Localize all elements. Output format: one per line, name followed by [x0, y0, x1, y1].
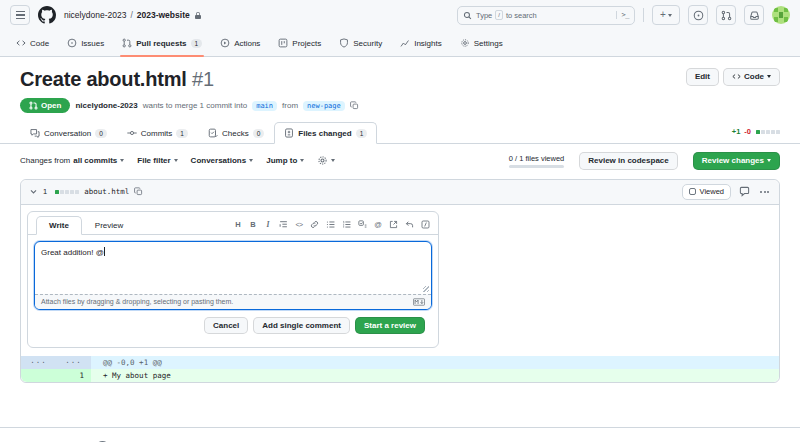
nav-tab-label: Settings	[474, 39, 503, 48]
old-line-number-cell[interactable]	[21, 369, 56, 382]
nav-tab-pull-requests[interactable]: Pull requests 1	[116, 30, 208, 56]
issues-global-button[interactable]	[688, 5, 708, 25]
diff-settings-dropdown[interactable]	[317, 155, 335, 166]
nav-tab-security[interactable]: Security	[333, 30, 388, 56]
tab-checks[interactable]: Checks 0	[198, 122, 274, 144]
cross-reference-icon[interactable]	[389, 220, 398, 230]
caret-down-icon	[331, 159, 335, 162]
search-placeholder-post: to search	[506, 11, 537, 20]
new-line-number[interactable]: 1	[56, 369, 91, 382]
comment-text: Great addition! @	[41, 248, 104, 257]
file-filter-dropdown[interactable]: File filter	[137, 156, 177, 165]
nav-tab-actions[interactable]: Actions	[214, 30, 266, 56]
code-icon[interactable]: <>	[295, 220, 303, 230]
plus-icon: +	[660, 10, 666, 20]
copy-branch-icon[interactable]	[350, 101, 359, 110]
nav-tab-label: Pull requests	[136, 39, 186, 48]
comment-textarea[interactable]: Great addition! @	[35, 242, 431, 294]
expand-diff-down-button[interactable]: ···	[56, 356, 91, 369]
file-options-kebab-icon[interactable]	[758, 189, 771, 195]
nav-tab-insights[interactable]: Insights	[394, 30, 448, 56]
task-list-icon[interactable]	[358, 220, 367, 230]
expand-diff-up-button[interactable]: ···	[21, 356, 56, 369]
unordered-list-icon[interactable]	[326, 220, 335, 230]
file-filter-label: File filter	[137, 156, 170, 165]
tab-commits[interactable]: Commits 1	[117, 122, 198, 144]
add-single-comment-button[interactable]: Add single comment	[253, 317, 350, 335]
collapse-file-chevron[interactable]	[29, 187, 38, 196]
file-name[interactable]: about.html	[84, 187, 129, 196]
lock-icon	[194, 11, 202, 20]
cancel-button[interactable]: Cancel	[204, 317, 248, 335]
comment-editor: Great addition! @ Attach files by draggi…	[34, 241, 432, 310]
footer: © 2023 GitHub, Inc. Terms Privacy Securi…	[0, 427, 800, 442]
preview-tab[interactable]: Preview	[82, 216, 136, 235]
copy-file-path-icon[interactable]	[134, 187, 143, 196]
review-in-codespace-button[interactable]: Review in codespace	[579, 152, 677, 170]
italic-icon[interactable]: I	[264, 220, 272, 230]
deletions-count: -0	[744, 127, 751, 136]
attach-files-bar[interactable]: Attach files by dragging & dropping, sel…	[35, 294, 431, 309]
graph-icon	[400, 38, 410, 48]
tab-label: Commits	[141, 129, 173, 138]
pr-number: #1	[192, 68, 214, 90]
nav-tab-settings[interactable]: Settings	[454, 30, 509, 56]
file-change-count: 1	[43, 187, 47, 196]
breadcrumb-repo[interactable]: 2023-website	[137, 10, 190, 20]
saved-replies-icon[interactable]	[405, 220, 414, 230]
jump-to-dropdown[interactable]: Jump to	[266, 156, 304, 165]
tab-conversation[interactable]: Conversation 0	[20, 122, 117, 144]
viewed-checkbox[interactable]	[689, 188, 696, 195]
nav-tab-issues[interactable]: Issues	[61, 30, 110, 56]
issue-opened-icon	[693, 10, 704, 21]
resize-grip-icon[interactable]	[423, 286, 429, 292]
edit-button[interactable]: Edit	[686, 68, 719, 86]
conversations-label: Conversations	[191, 156, 247, 165]
head-branch-chip[interactable]: new-page	[303, 101, 345, 111]
bold-icon[interactable]: B	[249, 220, 257, 230]
inbox-icon	[749, 10, 760, 21]
start-review-button[interactable]: Start a review	[355, 317, 425, 335]
file-diffstat-blocks-icon	[55, 190, 79, 194]
tab-label: Checks	[222, 129, 249, 138]
file-comment-icon[interactable]	[739, 186, 750, 197]
tab-label: Files changed	[298, 129, 351, 138]
code-button[interactable]: Code	[723, 68, 780, 86]
pr-author[interactable]: nicelydone-2023	[75, 101, 137, 110]
link-icon[interactable]	[310, 220, 319, 230]
breadcrumb-owner[interactable]: nicelydone-2023	[64, 10, 126, 20]
base-branch-chip[interactable]: main	[252, 101, 277, 111]
git-pull-request-icon	[721, 10, 732, 21]
search-input[interactable]: Type / to search >_	[457, 6, 635, 25]
nav-tab-code[interactable]: Code	[10, 30, 55, 56]
github-logo-icon[interactable]	[38, 6, 56, 24]
diffstat-blocks-icon	[756, 130, 780, 134]
caret-down-icon	[174, 159, 178, 162]
search-icon	[463, 11, 472, 20]
write-tab[interactable]: Write	[36, 216, 82, 235]
nav-tab-label: Security	[353, 39, 382, 48]
conversations-dropdown[interactable]: Conversations	[191, 156, 254, 165]
nav-tab-projects[interactable]: Projects	[272, 30, 327, 56]
files-viewed-text: 0 / 1 files viewed	[509, 154, 564, 163]
inbox-button[interactable]	[744, 5, 764, 25]
status-badge-open: Open	[20, 98, 70, 113]
create-new-button[interactable]: +	[652, 5, 680, 25]
slash-commands-icon[interactable]	[421, 220, 430, 230]
mention-icon[interactable]: @	[374, 220, 382, 230]
hamburger-icon	[16, 11, 25, 19]
changes-from-dropdown[interactable]: Changes from all commits	[20, 156, 124, 165]
ordered-list-icon[interactable]	[342, 220, 351, 230]
user-avatar[interactable]	[772, 6, 790, 24]
review-changes-button[interactable]: Review changes	[693, 152, 780, 170]
command-palette-icon[interactable]: >_	[616, 11, 629, 19]
tab-count-badge: 0	[253, 129, 265, 138]
tab-files-changed[interactable]: Files changed 1	[274, 122, 377, 144]
heading-icon[interactable]: H	[234, 220, 242, 230]
quote-icon[interactable]	[279, 220, 288, 230]
nav-tab-label: Actions	[234, 39, 260, 48]
pull-requests-global-button[interactable]	[716, 5, 736, 25]
viewed-checkbox-button[interactable]: Viewed	[682, 184, 731, 200]
nav-tab-label: Projects	[292, 39, 321, 48]
hamburger-menu-button[interactable]	[10, 5, 30, 25]
